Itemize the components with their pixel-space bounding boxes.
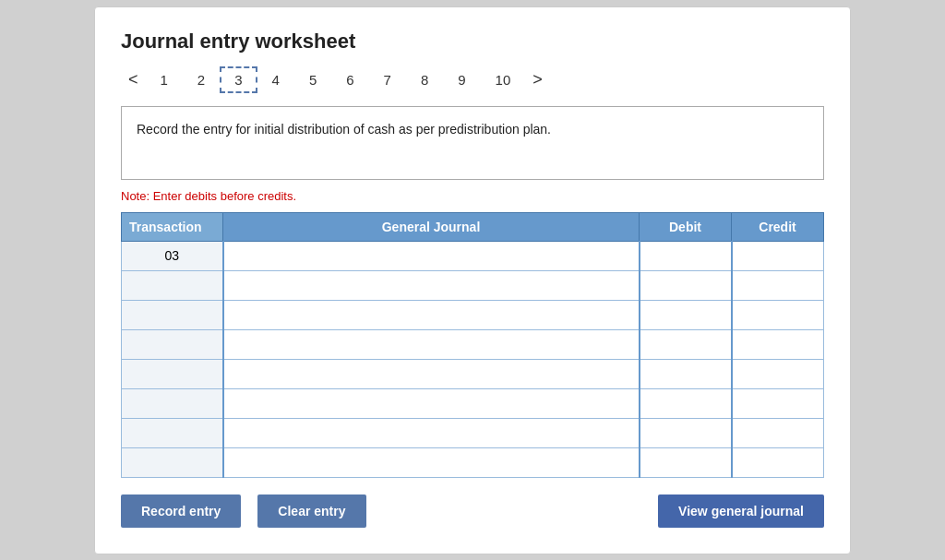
- general-journal-cell[interactable]: [223, 241, 640, 270]
- instruction-box: Record the entry for initial distributio…: [121, 106, 824, 180]
- transaction-cell[interactable]: [122, 270, 223, 300]
- debit-cell[interactable]: [640, 418, 732, 447]
- record-entry-button[interactable]: Record entry: [121, 494, 241, 528]
- table-row: [122, 270, 824, 300]
- credit-cell[interactable]: [732, 388, 824, 418]
- table-row: [122, 388, 824, 418]
- table-row: [122, 447, 824, 477]
- table-row: [122, 329, 824, 359]
- tab-item-2[interactable]: 2: [183, 66, 220, 93]
- general-journal-cell[interactable]: [223, 329, 640, 359]
- transaction-cell[interactable]: [122, 300, 223, 329]
- credit-cell[interactable]: [732, 418, 824, 447]
- credit-cell[interactable]: [732, 300, 824, 329]
- debit-cell[interactable]: [640, 329, 732, 359]
- debit-cell[interactable]: [640, 359, 732, 388]
- transaction-cell[interactable]: [122, 329, 223, 359]
- credit-cell[interactable]: [732, 270, 824, 300]
- tab-item-3[interactable]: 3: [220, 66, 257, 93]
- transaction-cell[interactable]: [122, 447, 223, 477]
- tab-item-6[interactable]: 6: [331, 66, 368, 93]
- prev-arrow[interactable]: <: [121, 68, 146, 91]
- debit-cell[interactable]: [640, 300, 732, 329]
- col-header-debit: Debit: [640, 212, 732, 241]
- credit-cell[interactable]: [732, 241, 824, 270]
- col-header-general-journal: General Journal: [223, 212, 640, 241]
- general-journal-cell[interactable]: [223, 388, 640, 418]
- general-journal-cell[interactable]: [223, 447, 640, 477]
- page-title: Journal entry worksheet: [121, 30, 824, 54]
- table-row: [122, 359, 824, 388]
- debit-cell[interactable]: [640, 388, 732, 418]
- table-row: 03: [122, 241, 824, 270]
- journal-table: Transaction General Journal Debit Credit…: [121, 212, 824, 478]
- button-row: Record entry Clear entry View general jo…: [121, 494, 824, 528]
- credit-cell[interactable]: [732, 329, 824, 359]
- tab-navigation: < 12345678910>: [121, 66, 824, 93]
- col-header-transaction: Transaction: [122, 212, 223, 241]
- transaction-cell[interactable]: [122, 359, 223, 388]
- table-row: [122, 300, 824, 329]
- tab-item-9[interactable]: 9: [443, 66, 480, 93]
- transaction-cell[interactable]: [122, 388, 223, 418]
- credit-cell[interactable]: [732, 359, 824, 388]
- worksheet-container: Journal entry worksheet < 12345678910> R…: [94, 6, 851, 554]
- debit-cell[interactable]: [640, 447, 732, 477]
- tab-item-4[interactable]: 4: [257, 66, 294, 93]
- tab-item-1[interactable]: 1: [146, 66, 183, 93]
- credit-cell[interactable]: [732, 447, 824, 477]
- tab-item-10[interactable]: 10: [481, 66, 526, 93]
- general-journal-cell[interactable]: [223, 418, 640, 447]
- next-arrow[interactable]: >: [525, 68, 550, 91]
- debit-cell[interactable]: [640, 270, 732, 300]
- tab-item-7[interactable]: 7: [369, 66, 406, 93]
- table-row: [122, 418, 824, 447]
- transaction-cell[interactable]: 03: [122, 241, 223, 270]
- view-general-journal-button[interactable]: View general journal: [658, 494, 824, 528]
- tab-item-8[interactable]: 8: [406, 66, 443, 93]
- clear-entry-button[interactable]: Clear entry: [257, 494, 365, 528]
- transaction-cell[interactable]: [122, 418, 223, 447]
- general-journal-cell[interactable]: [223, 359, 640, 388]
- instruction-text: Record the entry for initial distributio…: [137, 122, 551, 137]
- note-text: Note: Enter debits before credits.: [121, 189, 824, 203]
- debit-cell[interactable]: [640, 241, 732, 270]
- general-journal-cell[interactable]: [223, 270, 640, 300]
- col-header-credit: Credit: [732, 212, 824, 241]
- general-journal-cell[interactable]: [223, 300, 640, 329]
- tab-item-5[interactable]: 5: [294, 66, 331, 93]
